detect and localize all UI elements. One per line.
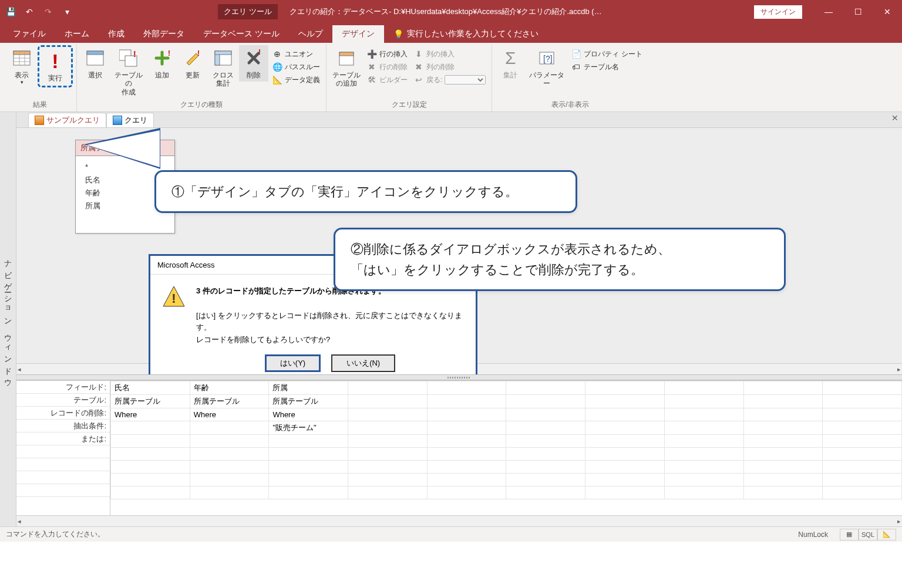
delete-query-button[interactable]: ! 削除 bbox=[239, 45, 268, 82]
totals-button[interactable]: Σ 集計 bbox=[496, 45, 525, 82]
title-bar: 💾 ↶ ↷ ▾ クエリ ツール クエリの紹介：データベース- D:¥HUserd… bbox=[0, 0, 902, 23]
insert-rows-button[interactable]: ➕行の挿入 bbox=[364, 48, 410, 60]
crosstab-button[interactable]: クロス 集計 bbox=[208, 45, 238, 90]
passthrough-button[interactable]: 🌐パススルー bbox=[270, 60, 322, 73]
data-definition-button[interactable]: 📐データ定義 bbox=[270, 73, 322, 86]
doc-tab-sample-query[interactable]: サンプルクエリ bbox=[28, 113, 106, 127]
make-table-label: テーブルの 作成 bbox=[112, 71, 145, 96]
union-button[interactable]: ⊕ユニオン bbox=[270, 48, 322, 60]
parameters-button[interactable]: [?] パラメーター bbox=[526, 45, 567, 90]
property-icon: 📄 bbox=[571, 49, 581, 59]
update-label: 更新 bbox=[186, 71, 200, 79]
navigation-pane-label: ナビゲーション ウィンドウ bbox=[3, 255, 14, 384]
delete-columns-button[interactable]: ✖列の削除 bbox=[411, 60, 488, 73]
delete-rows-button[interactable]: ✖行の削除 bbox=[364, 60, 410, 73]
select-query-button[interactable]: 選択 bbox=[80, 45, 110, 82]
property-sheet-button[interactable]: 📄プロパティ シート bbox=[568, 48, 644, 60]
grid-scrollbar[interactable]: ◂ ▸ bbox=[16, 515, 902, 526]
warning-icon: ! bbox=[162, 285, 186, 309]
close-button[interactable]: ✕ bbox=[873, 0, 902, 23]
undo-icon[interactable]: ↶ bbox=[22, 5, 36, 19]
yes-button[interactable]: はい(Y) bbox=[265, 354, 321, 372]
return-select[interactable] bbox=[445, 75, 486, 85]
datadef-icon: 📐 bbox=[272, 75, 282, 85]
grid-table[interactable]: 氏名 年齢 所属 所属テーブル 所属テーブル 所属テーブル Where Wher… bbox=[110, 381, 902, 499]
svg-text:!: ! bbox=[197, 49, 200, 58]
datasheet-icon bbox=[11, 48, 32, 69]
save-icon[interactable]: 💾 bbox=[4, 5, 18, 19]
svg-rect-15 bbox=[215, 51, 231, 55]
grid-row-or bbox=[111, 435, 902, 448]
grid-row-criteria: "販売チーム" bbox=[111, 421, 902, 435]
qat-customize-icon[interactable]: ▾ bbox=[60, 5, 74, 19]
delete-row-icon: ✖ bbox=[366, 62, 377, 72]
tab-external-data[interactable]: 外部データ bbox=[134, 25, 194, 43]
lightbulb-icon: 💡 bbox=[393, 29, 403, 39]
svg-text:!: ! bbox=[133, 49, 136, 59]
query-icon bbox=[113, 116, 122, 125]
maximize-button[interactable]: ☐ bbox=[843, 0, 873, 23]
tab-file[interactable]: ファイル bbox=[4, 25, 55, 43]
ribbon-group-results: 表示▾ ! 実行 結果 bbox=[4, 44, 77, 111]
tab-create[interactable]: 作成 bbox=[99, 25, 134, 43]
add-table-button[interactable]: テーブル の追加 bbox=[330, 45, 363, 90]
sql-view-button[interactable]: SQL bbox=[859, 529, 877, 540]
return-button[interactable]: ↩戻る: bbox=[411, 73, 488, 86]
field-item[interactable]: 年齢 bbox=[85, 187, 165, 200]
tab-db-tools[interactable]: データベース ツール bbox=[194, 25, 289, 43]
minimize-button[interactable]: — bbox=[814, 0, 843, 23]
no-button[interactable]: いいえ(N) bbox=[331, 354, 395, 372]
group-label-results: 結果 bbox=[33, 100, 47, 111]
label-delete: レコードの削除: bbox=[16, 407, 110, 420]
insert-columns-button[interactable]: ⬇列の挿入 bbox=[411, 48, 488, 60]
scroll-left-icon[interactable]: ◂ bbox=[18, 366, 21, 373]
insert-row-icon: ➕ bbox=[366, 49, 377, 59]
redo-icon[interactable]: ↷ bbox=[41, 5, 55, 19]
doc-tab-query[interactable]: クエリ bbox=[106, 113, 154, 127]
run-button[interactable]: ! 実行 bbox=[41, 48, 70, 85]
table-names-button[interactable]: 🏷テーブル名 bbox=[568, 60, 644, 73]
builder-icon: 🛠 bbox=[366, 75, 377, 85]
tab-home[interactable]: ホーム bbox=[55, 25, 99, 43]
query-design-surface[interactable]: 所属テーブル * 氏名 年齢 所属 ①「デザイン」タブの「実行」アイコンをクリッ… bbox=[16, 128, 902, 374]
close-tab-icon[interactable]: ✕ bbox=[891, 113, 898, 123]
delete-query-icon: ! bbox=[243, 48, 264, 69]
add-table-icon bbox=[336, 48, 357, 69]
ribbon: 表示▾ ! 実行 結果 選択 ! テーブルの bbox=[0, 43, 902, 112]
crosstab-icon bbox=[213, 48, 234, 69]
datasheet-view-button[interactable]: ▦ bbox=[840, 529, 859, 540]
builder-button[interactable]: 🛠ビルダー bbox=[364, 73, 410, 86]
tab-help[interactable]: ヘルプ bbox=[289, 25, 332, 43]
svg-rect-7 bbox=[87, 51, 103, 55]
append-button[interactable]: ! 追加 bbox=[147, 45, 177, 82]
scroll-right-icon[interactable]: ▸ bbox=[897, 518, 901, 525]
ribbon-group-show-hide: Σ 集計 [?] パラメーター 📄プロパティ シート 🏷テーブル名 表示/非表示 bbox=[492, 44, 648, 111]
tell-me-label: 実行したい作業を入力してください bbox=[407, 29, 538, 39]
svg-text:!: ! bbox=[168, 49, 170, 58]
annotation-callout-2: ②削除に係るダイアログボックスが表示されるため、 「はい」をクリックすることで削… bbox=[334, 228, 786, 291]
grid-row-table: 所属テーブル 所属テーブル 所属テーブル bbox=[111, 395, 902, 408]
svg-text:!: ! bbox=[258, 49, 261, 56]
window-title: クエリの紹介：データベース- D:¥HUserdata¥desktop¥Acce… bbox=[290, 6, 602, 17]
update-button[interactable]: ! 更新 bbox=[178, 45, 207, 82]
svg-text:!: ! bbox=[171, 291, 176, 306]
design-view-button[interactable]: 📐 bbox=[877, 529, 896, 540]
signin-button[interactable]: サインイン bbox=[754, 5, 802, 19]
view-button[interactable]: 表示▾ bbox=[7, 45, 36, 88]
dialog-message-1: [はい] をクリックするとレコードは削除され、元に戻すことはできなくなります。 bbox=[196, 311, 462, 332]
tab-design[interactable]: デザイン bbox=[332, 25, 384, 43]
field-item[interactable]: 所属 bbox=[85, 200, 165, 212]
tablenames-icon: 🏷 bbox=[571, 62, 581, 72]
scroll-right-icon[interactable]: ▸ bbox=[897, 366, 901, 373]
query-design-grid[interactable]: フィールド: テーブル: レコードの削除: 抽出条件: または: 氏名 年齢 所… bbox=[16, 380, 902, 515]
field-item[interactable]: 氏名 bbox=[85, 174, 165, 187]
status-bar: コマンドを入力してください。 NumLock ▦ SQL 📐 bbox=[0, 526, 902, 542]
navigation-pane-collapsed[interactable]: ナビゲーション ウィンドウ bbox=[0, 112, 16, 526]
splitter-handle[interactable] bbox=[16, 374, 902, 380]
scroll-left-icon[interactable]: ◂ bbox=[18, 518, 21, 525]
exclamation-icon: ! bbox=[45, 50, 66, 72]
group-label-showhide: 表示/非表示 bbox=[551, 100, 588, 111]
make-table-button[interactable]: ! テーブルの 作成 bbox=[111, 45, 146, 99]
tell-me-search[interactable]: 💡 実行したい作業を入力してください bbox=[384, 25, 548, 43]
parameters-icon: [?] bbox=[536, 48, 557, 69]
